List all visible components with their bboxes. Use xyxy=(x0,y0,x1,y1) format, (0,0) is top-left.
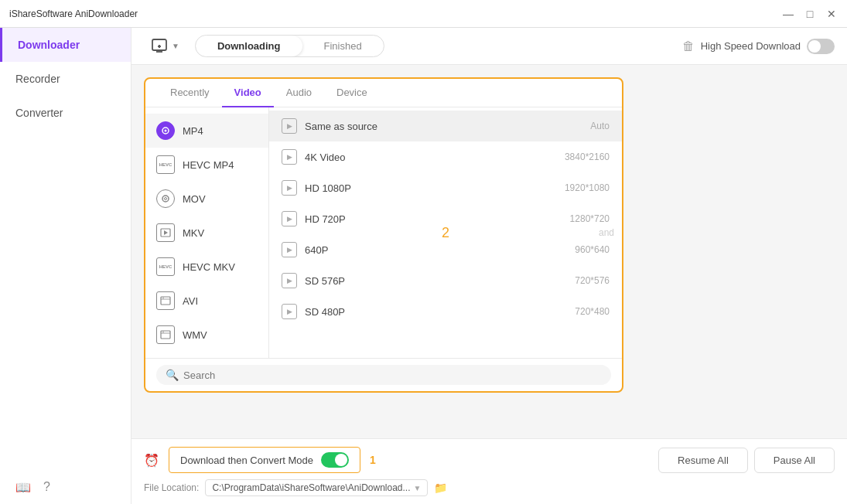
content-area: Recently Video Audio Device xyxy=(131,65,847,438)
svg-marker-9 xyxy=(164,230,168,235)
format-label-avi: AVI xyxy=(183,295,198,307)
format-item-wmv[interactable]: WMV xyxy=(145,318,268,352)
quality-item-720p[interactable]: ▶ HD 720P 1280*720 xyxy=(269,203,622,234)
search-input[interactable] xyxy=(183,369,602,381)
quality-label-480p: SD 480P xyxy=(305,306,567,318)
pause-all-button[interactable]: Pause All xyxy=(754,448,835,473)
quality-res-480p: 720*480 xyxy=(575,306,610,317)
file-location-path: C:\ProgramData\iShareSoftware\AniDownloa… xyxy=(205,479,428,496)
sidebar-item-recorder[interactable]: Recorder xyxy=(0,62,131,96)
minimize-button[interactable]: — xyxy=(782,8,794,20)
svg-point-5 xyxy=(165,130,167,132)
sidebar-item-downloader[interactable]: Downloader xyxy=(0,28,131,62)
quality-item-576p[interactable]: ▶ SD 576P 720*576 xyxy=(269,265,622,296)
quality-icon-576p: ▶ xyxy=(282,273,297,288)
quality-list: ▶ Same as source Auto ▶ 4K Video 3840*21… xyxy=(269,107,622,358)
quality-item-640p[interactable]: ▶ 640P 960*640 xyxy=(269,234,622,265)
tab-audio[interactable]: Audio xyxy=(274,79,324,107)
format-list: MP4 HEVC HEVC MP4 xyxy=(145,107,269,358)
app-title: iShareSoftware AniDownloader xyxy=(9,9,138,19)
restore-button[interactable]: □ xyxy=(804,8,816,20)
quality-icon-480p: ▶ xyxy=(282,304,297,319)
mov-icon xyxy=(156,189,175,208)
hevc-mp4-icon: HEVC xyxy=(156,155,175,174)
svg-rect-13 xyxy=(161,331,170,339)
tab-finished[interactable]: Finished xyxy=(302,36,384,56)
main-content: ▼ Downloading Finished 🗑 High Speed Down… xyxy=(131,28,847,504)
format-label-hevc-mp4: HEVC MP4 xyxy=(183,159,234,171)
mp4-icon xyxy=(156,121,175,140)
help-icon[interactable]: ? xyxy=(43,480,50,495)
format-label-wmv: WMV xyxy=(183,329,207,341)
sidebar-item-converter[interactable]: Converter xyxy=(0,96,131,130)
sidebar: Downloader Recorder Converter 📖 ? xyxy=(0,28,131,504)
format-item-mov[interactable]: MOV xyxy=(145,182,268,216)
tab-device[interactable]: Device xyxy=(324,79,380,107)
clock-icon: ⏰ xyxy=(144,453,159,468)
convert-mode-box: Download then Convert Mode xyxy=(169,447,360,473)
resume-all-button[interactable]: Resume All xyxy=(658,448,748,473)
format-item-mkv[interactable]: MKV xyxy=(145,216,268,250)
quality-res-same: Auto xyxy=(590,121,610,131)
high-speed-toggle[interactable] xyxy=(807,39,835,54)
format-label-mkv: MKV xyxy=(183,227,204,239)
format-item-avi[interactable]: AVI xyxy=(145,284,268,318)
format-item-hevc-mp4[interactable]: HEVC HEVC MP4 xyxy=(145,148,268,182)
folder-icon[interactable]: 📁 xyxy=(434,482,447,494)
quality-label-4k: 4K Video xyxy=(305,152,557,163)
bottom-row1: ⏰ Download then Convert Mode 1 Resume Al… xyxy=(144,447,835,473)
avi-icon xyxy=(156,291,175,310)
search-icon: 🔍 xyxy=(166,369,179,381)
quality-icon-4k: ▶ xyxy=(282,149,297,165)
window-controls: — □ ✕ xyxy=(782,8,838,20)
hevc-mkv-icon: HEVC xyxy=(156,257,175,276)
quality-icon-720p: ▶ xyxy=(282,211,297,226)
bottom-row2: File Location: C:\ProgramData\iShareSoft… xyxy=(144,479,835,496)
quality-res-576p: 720*576 xyxy=(575,275,610,286)
quality-label-same: Same as source xyxy=(305,121,582,132)
sidebar-bottom: 📖 ? xyxy=(0,471,131,504)
quality-icon-1080p: ▶ xyxy=(282,180,297,196)
svg-rect-10 xyxy=(161,297,170,305)
tab-recently[interactable]: Recently xyxy=(158,79,222,107)
quality-item-4k[interactable]: ▶ 4K Video 3840*2160 xyxy=(269,141,622,172)
tab-video[interactable]: Video xyxy=(222,79,274,107)
format-label-hevc-mkv: HEVC MKV xyxy=(183,261,235,273)
and-label: and xyxy=(599,227,614,238)
add-download-button[interactable]: ▼ xyxy=(144,34,186,59)
quality-icon-same: ▶ xyxy=(282,118,297,134)
quality-label-576p: SD 576P xyxy=(305,275,567,287)
close-button[interactable]: ✕ xyxy=(825,8,838,20)
quality-res-640p: 960*640 xyxy=(575,244,610,255)
app-body: Downloader Recorder Converter 📖 ? xyxy=(0,28,847,504)
download-tab-group: Downloading Finished xyxy=(195,35,384,57)
high-speed-area: 🗑 High Speed Download xyxy=(682,39,835,54)
format-item-hevc-mkv[interactable]: HEVC HEVC MKV xyxy=(145,250,268,284)
quality-res-1080p: 1920*1080 xyxy=(565,182,610,193)
trash-icon[interactable]: 🗑 xyxy=(682,39,695,53)
svg-point-7 xyxy=(165,198,167,200)
tab-downloading[interactable]: Downloading xyxy=(196,36,302,56)
quality-item-480p[interactable]: ▶ SD 480P 720*480 xyxy=(269,296,622,327)
bottom-bar: ⏰ Download then Convert Mode 1 Resume Al… xyxy=(131,438,847,504)
badge-1: 1 xyxy=(370,454,376,466)
quality-res-720p: 1280*720 xyxy=(570,213,610,224)
chevron-down-icon: ▼ xyxy=(172,42,179,50)
convert-mode-toggle[interactable] xyxy=(321,452,349,468)
mkv-icon xyxy=(156,223,175,242)
top-bar: ▼ Downloading Finished 🗑 High Speed Down… xyxy=(131,28,847,65)
file-path-chevron[interactable]: ▼ xyxy=(414,484,422,492)
high-speed-label: High Speed Download xyxy=(701,40,801,52)
convert-mode-label: Download then Convert Mode xyxy=(180,455,313,466)
format-item-mp4[interactable]: MP4 xyxy=(145,114,268,148)
quality-item-1080p[interactable]: ▶ HD 1080P 1920*1080 xyxy=(269,172,622,203)
quality-res-4k: 3840*2160 xyxy=(565,152,610,162)
bottom-actions: Resume All Pause All xyxy=(658,448,835,473)
quality-label-640p: 640P xyxy=(305,244,567,256)
quality-item-same[interactable]: ▶ Same as source Auto xyxy=(269,111,622,141)
svg-point-6 xyxy=(162,196,169,202)
format-label-mp4: MP4 xyxy=(183,125,203,137)
quality-icon-640p: ▶ xyxy=(282,242,297,257)
wmv-icon xyxy=(156,325,175,344)
book-icon[interactable]: 📖 xyxy=(15,480,31,495)
